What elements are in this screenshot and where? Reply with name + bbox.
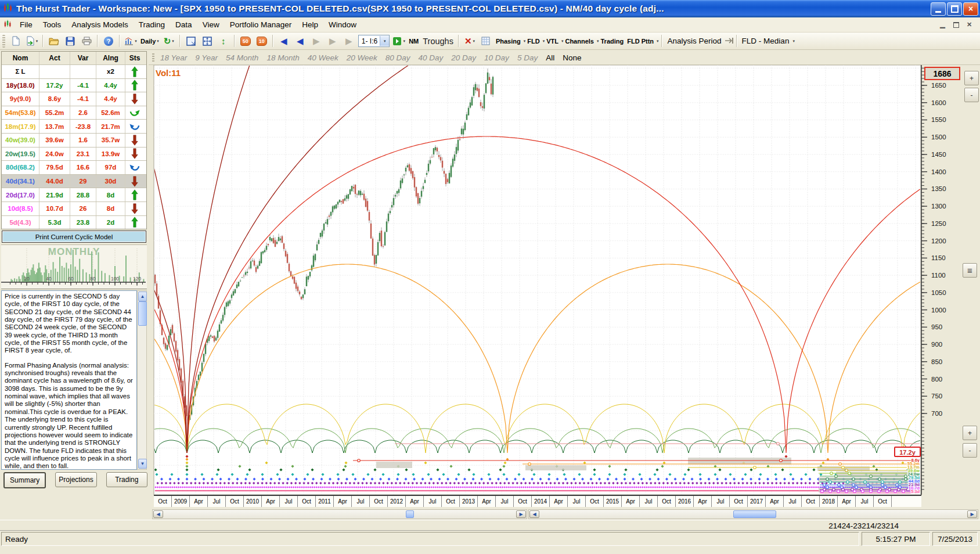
help-button[interactable]: ?	[100, 34, 117, 49]
period-tab-18-month[interactable]: 18 Month	[266, 53, 299, 62]
nm-toggle[interactable]: NM	[407, 38, 420, 45]
zoom-window-button[interactable]	[183, 34, 199, 49]
grid-button[interactable]	[478, 34, 494, 49]
channels-button[interactable]: Channels	[563, 38, 596, 45]
cycle-row-l[interactable]: Σ Lx2	[2, 64, 146, 78]
menu-tools[interactable]: Tools	[38, 19, 67, 31]
scroll-left-icon[interactable]: ◀	[529, 510, 539, 518]
menu-view[interactable]: View	[197, 19, 225, 31]
print-cyclic-model-button[interactable]: Print Current Cyclic Model	[2, 231, 146, 243]
period-tab-40-day[interactable]: 40 Day	[419, 53, 444, 62]
zoom-out-button[interactable]: -	[964, 88, 979, 102]
fast-forward-icon[interactable]: ▶	[325, 34, 341, 49]
fit-vertical-button[interactable]: ↕	[215, 34, 232, 49]
scroll-left-icon[interactable]: ◀	[153, 510, 163, 518]
mdi-minimize-icon[interactable]: ▁	[938, 20, 947, 29]
timeframe-select[interactable]: Daily▾	[139, 34, 161, 49]
fld-pttn-button[interactable]: FLD Pttn	[625, 38, 655, 45]
new-window-button[interactable]: ▾	[24, 34, 40, 49]
period-bar-grip[interactable]	[152, 53, 154, 63]
scrollbar-thumb[interactable]	[733, 510, 776, 518]
period-tab-40-week[interactable]: 40 Week	[308, 53, 338, 62]
back-10-button[interactable]: 10	[254, 34, 270, 49]
period-tab-5-day[interactable]: 5 Day	[517, 53, 538, 62]
menu-window[interactable]: Window	[323, 19, 362, 31]
analysis-period-arrow-icon[interactable]	[725, 37, 734, 45]
print-button-toolbar[interactable]	[78, 34, 95, 49]
title-bar[interactable]: The Hurst Trader - Workspace: New - [SPX…	[0, 0, 980, 17]
period-tab-20-week[interactable]: 20 Week	[347, 53, 377, 62]
step-back-icon[interactable]: ◀	[292, 34, 308, 49]
cycle-row-9y90[interactable]: 9y(9.0)8.6y-4.14.4y	[2, 92, 146, 106]
open-button[interactable]	[46, 34, 62, 49]
cycle-row-20w195[interactable]: 20w(19.5)24.0w23.113.9w	[2, 147, 146, 161]
back-50-button[interactable]: 50	[237, 34, 254, 49]
bar-spacing-select[interactable]: 1- I:6▾	[358, 35, 390, 47]
menu-help[interactable]: Help	[297, 19, 323, 31]
refresh-button[interactable]: ↻▾	[161, 34, 177, 49]
zoom-in-button[interactable]: +	[964, 71, 979, 85]
menu-file[interactable]: File	[15, 19, 38, 31]
analysis-period-button[interactable]: Analysis Period	[665, 37, 725, 45]
trading-button[interactable]: Trading	[599, 38, 625, 45]
fit-all-button[interactable]	[199, 34, 215, 49]
menu-trading[interactable]: Trading	[134, 19, 170, 31]
period-tab-all[interactable]: All	[546, 53, 554, 62]
tab-projections[interactable]: Projections	[55, 472, 96, 487]
cycle-row-20d170[interactable]: 20d(17.0)21.9d28.88d	[2, 188, 146, 202]
minimize-button[interactable]	[931, 2, 946, 16]
fld-button[interactable]: FLD	[525, 38, 541, 45]
tab-trading[interactable]: Trading	[106, 472, 147, 487]
step-forward-icon[interactable]: ▶	[308, 34, 325, 49]
period-tab-10-day[interactable]: 10 Day	[484, 53, 509, 62]
toolbar-grip[interactable]	[2, 35, 5, 48]
phasing-button[interactable]: Phasing	[494, 38, 523, 45]
chart-scrollbar-right[interactable]: ◀ ▶	[528, 509, 978, 519]
go-end-icon[interactable]: ▶	[341, 34, 357, 49]
restore-button[interactable]	[947, 2, 962, 16]
mdi-close-icon[interactable]: ✕	[964, 20, 974, 29]
close-button[interactable]: ×	[963, 2, 978, 16]
chart-scrollbar-left[interactable]: ◀ ▶	[152, 509, 527, 519]
zoom-in-button-lower[interactable]: +	[963, 426, 977, 440]
cycle-row-40d341[interactable]: 40d(34.1)44.0d2930d	[2, 174, 146, 188]
fld-median-select[interactable]: FLD - Median	[740, 37, 792, 45]
zoom-out-button-lower[interactable]: -	[963, 443, 977, 458]
cycle-row-18y180[interactable]: 18y(18.0)17.2y-4.14.4y	[2, 78, 146, 92]
scroll-thumb[interactable]	[138, 301, 147, 326]
period-tab-18-year[interactable]: 18 Year	[160, 53, 187, 62]
new-file-button[interactable]	[8, 34, 24, 49]
scroll-right-icon[interactable]: ▶	[516, 510, 526, 518]
period-tab-80-day[interactable]: 80 Day	[385, 53, 410, 62]
vtl-button[interactable]: VTL	[545, 38, 560, 45]
period-tab-9-year[interactable]: 9 Year	[195, 53, 218, 62]
combo-dropdown-icon[interactable]: ▾	[380, 36, 389, 46]
menu-data[interactable]: Data	[170, 19, 197, 31]
menu-portfolio-manager[interactable]: Portfolio Manager	[225, 19, 297, 31]
menu-analysis-models[interactable]: Analysis Models	[66, 19, 134, 31]
chart-style-button[interactable]: ▾	[123, 34, 139, 49]
cycle-row-10d85[interactable]: 10d(8.5)10.7d268d	[2, 202, 146, 215]
period-tab-20-day[interactable]: 20 Day	[451, 53, 476, 62]
price-chart[interactable]: 17.2y8.6y55.2m13.7m39.6w24.0w79.5d44.0d2…	[149, 65, 980, 495]
scroll-right-icon[interactable]: ▶	[967, 510, 977, 518]
cycle-row-54m538[interactable]: 54m(53.8)55.2m2.652.6m	[2, 106, 146, 120]
tab-summary[interactable]: Summary	[3, 472, 46, 488]
scroll-up-icon[interactable]: ▲	[138, 292, 147, 301]
cycle-row-80d682[interactable]: 80d(68.2)79.5d16.697d	[2, 160, 146, 174]
troughs-toggle[interactable]: Troughs	[420, 37, 456, 46]
analysis-scrollbar[interactable]: ▲ ▼	[137, 290, 147, 470]
cycle-row-5d43[interactable]: 5d(4.3)5.3d23.82d	[2, 215, 146, 229]
period-tab-none[interactable]: None	[563, 53, 581, 62]
mdi-restore-icon[interactable]	[951, 20, 961, 29]
cycle-row-18m179[interactable]: 18m(17.9)13.7m-23.821.7m	[2, 119, 146, 133]
go-start-icon[interactable]: ◀	[276, 34, 292, 49]
period-tab-54-month[interactable]: 54 Month	[226, 53, 258, 62]
play-button[interactable]: ▾	[391, 34, 407, 49]
scrollbar-thumb[interactable]	[406, 510, 414, 518]
scroll-down-icon[interactable]: ▼	[138, 459, 147, 469]
cycle-row-40w390[interactable]: 40w(39.0)39.6w1.635.7w	[2, 133, 146, 147]
save-button[interactable]	[62, 34, 78, 49]
axis-menu-icon[interactable]: ≡	[963, 263, 977, 278]
delete-analysis-button[interactable]: ✕▾	[462, 34, 478, 49]
